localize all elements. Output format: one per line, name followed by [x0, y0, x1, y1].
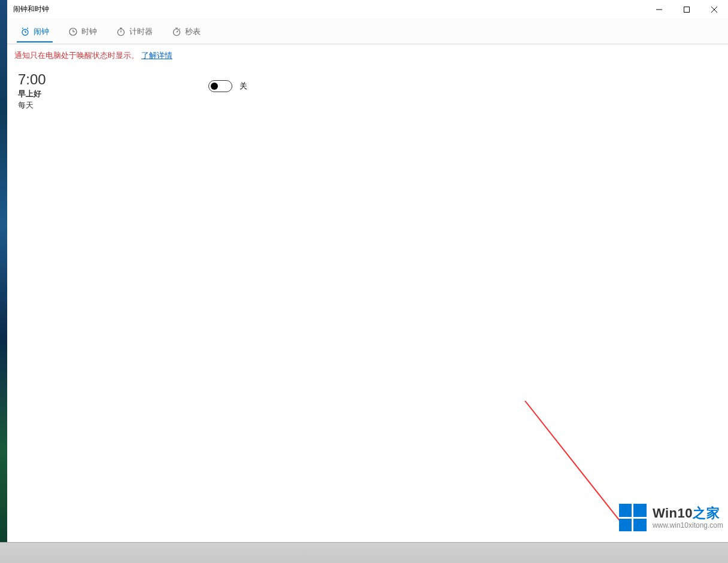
maximize-button[interactable]	[673, 0, 700, 19]
tab-label: 秒表	[185, 26, 201, 37]
alarm-repeat: 每天	[18, 100, 198, 111]
notice-link[interactable]: 了解详情	[141, 50, 172, 61]
alarm-toggle-wrap: 关	[208, 80, 247, 92]
notice-text: 通知只在电脑处于唤醒状态时显示。	[14, 50, 139, 61]
annotation-arrow	[7, 66, 728, 542]
tab-bar: 闹钟 时钟 计时器 秒表	[7, 19, 728, 44]
toggle-knob	[211, 83, 218, 90]
tab-timer[interactable]: 计时器	[108, 22, 161, 42]
tab-clock[interactable]: 时钟	[60, 22, 105, 42]
close-button[interactable]	[700, 0, 728, 19]
watermark: Win10之家 www.win10xitong.com	[619, 504, 723, 531]
svg-line-19	[180, 29, 180, 29]
tab-alarm[interactable]: 闹钟	[12, 22, 57, 42]
alarm-item[interactable]: 7:00 早上好 每天 关	[18, 68, 717, 114]
alarm-toggle[interactable]	[208, 80, 232, 92]
content-area: 7:00 早上好 每天 关 Win10之家 www.win10	[7, 66, 728, 542]
toggle-state-label: 关	[239, 81, 247, 92]
windows-logo-icon	[619, 504, 647, 531]
watermark-text: Win10之家 www.win10xitong.com	[653, 506, 723, 530]
desktop-background-strip	[0, 0, 7, 563]
svg-line-8	[27, 28, 28, 29]
svg-line-17	[177, 31, 178, 32]
alarm-time: 7:00	[18, 72, 198, 87]
stopwatch-icon	[172, 27, 181, 36]
svg-line-7	[22, 28, 23, 29]
window-controls	[645, 0, 728, 19]
tab-label: 闹钟	[34, 26, 49, 37]
taskbar[interactable]	[0, 542, 728, 563]
alarm-info: 7:00 早上好 每天	[18, 72, 198, 111]
svg-line-20	[525, 401, 624, 526]
titlebar: 闹钟和时钟	[7, 0, 728, 19]
alarms-clock-window: 闹钟和时钟 闹钟 时钟	[7, 0, 728, 542]
tab-label: 计时器	[129, 26, 153, 37]
tab-stopwatch[interactable]: 秒表	[163, 22, 209, 42]
alarm-name: 早上好	[18, 89, 198, 99]
alarm-icon	[20, 27, 30, 36]
tab-label: 时钟	[81, 26, 97, 37]
window-title: 闹钟和时钟	[13, 4, 49, 14]
clock-icon	[68, 27, 78, 36]
minimize-button[interactable]	[645, 0, 673, 19]
notice-bar: 通知只在电脑处于唤醒状态时显示。 了解详情	[7, 44, 728, 66]
watermark-title-prefix: Win10	[653, 506, 693, 521]
watermark-title-suffix: 之家	[693, 506, 720, 521]
svg-rect-1	[684, 7, 690, 12]
watermark-url: www.win10xitong.com	[653, 521, 723, 529]
timer-icon	[116, 27, 126, 36]
